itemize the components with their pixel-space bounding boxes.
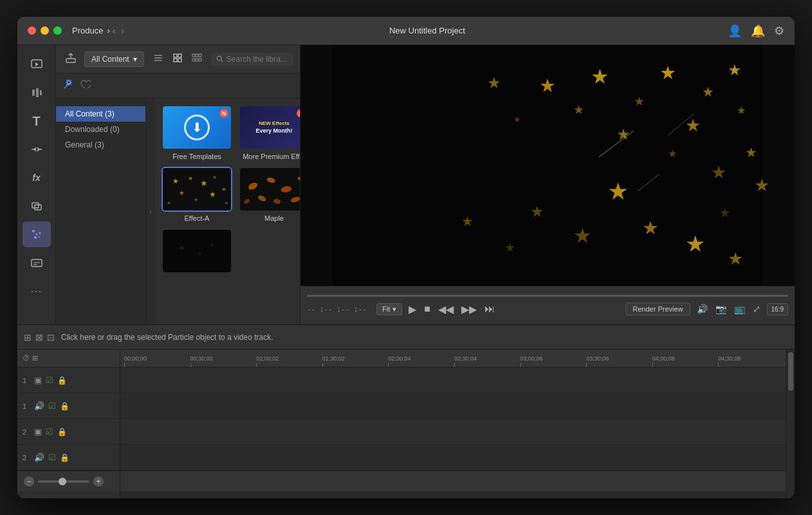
skip-forward-button[interactable]: ⏭ bbox=[483, 302, 496, 316]
stop-button[interactable]: ■ bbox=[423, 302, 432, 316]
sidebar-icon-audio[interactable] bbox=[23, 80, 51, 106]
ruler-tick bbox=[454, 363, 455, 367]
timeline-hint: Click here or drag the selected Particle… bbox=[61, 333, 788, 342]
close-button[interactable] bbox=[28, 26, 36, 35]
grid-item-label-maple: Maple bbox=[264, 214, 284, 222]
zoom-slider[interactable] bbox=[38, 480, 89, 483]
sidebar-icon-media[interactable] bbox=[23, 52, 51, 77]
search-bar[interactable] bbox=[211, 53, 293, 66]
notification-icon[interactable]: 🔔 bbox=[751, 24, 765, 38]
grid-item-premium-effects[interactable]: NEW Effects Every Month! N More Premium … bbox=[239, 105, 300, 160]
svg-point-7 bbox=[39, 232, 41, 234]
snapshot-icon[interactable]: 📷 bbox=[714, 303, 728, 315]
grid-item-label-premium: More Premium Eff... bbox=[243, 153, 300, 160]
svg-text:★: ★ bbox=[200, 178, 208, 188]
track-row-2-audio[interactable] bbox=[120, 445, 786, 471]
sidebar-icon-captions[interactable] bbox=[23, 250, 51, 276]
settings-icon[interactable]: ⚙ bbox=[774, 24, 784, 38]
svg-rect-16 bbox=[178, 59, 181, 62]
svg-point-45 bbox=[180, 246, 184, 250]
timeline-icon-1[interactable]: ⊞ bbox=[24, 332, 32, 342]
filter-wand-icon[interactable] bbox=[62, 79, 74, 93]
grid-item-effect-a[interactable]: ★ ★ ★ ★ ★ ★ ★ ★ ★ ★ bbox=[161, 167, 232, 222]
collapse-panel-button[interactable]: ‹ bbox=[146, 98, 155, 324]
content-filter-dropdown[interactable]: All Content ▾ bbox=[84, 52, 144, 67]
aspect-ratio-button[interactable]: 16:9 bbox=[767, 303, 788, 315]
timeline-icon-2[interactable]: ⊠ bbox=[35, 332, 43, 342]
svg-rect-14 bbox=[178, 54, 181, 57]
svg-text:★: ★ bbox=[728, 249, 744, 268]
profile-icon[interactable]: 👤 bbox=[728, 24, 742, 38]
track-num: 2 bbox=[23, 428, 30, 436]
filter-heart-icon[interactable] bbox=[79, 79, 91, 93]
sidebar-icon-more[interactable]: ··· bbox=[23, 278, 51, 304]
fit-dropdown[interactable]: Fit ▾ bbox=[376, 303, 402, 315]
grid-item-maple[interactable]: Maple bbox=[239, 167, 300, 222]
sidebar-icon-fx[interactable]: fx bbox=[23, 165, 51, 191]
zoom-in-button[interactable]: + bbox=[93, 476, 104, 487]
zoom-bar: − + bbox=[17, 471, 120, 491]
timeline-toolbar: ⊞ ⊠ ⊡ Click here or drag the selected Pa… bbox=[17, 325, 795, 350]
track-lock-icon[interactable]: 🔒 bbox=[57, 376, 67, 385]
svg-text:★: ★ bbox=[745, 145, 757, 160]
title-bar: Produce › ‹ › New Untitled Project 👤 🔔 ⚙ bbox=[17, 17, 795, 45]
sidebar-icon-text[interactable]: T bbox=[23, 108, 51, 134]
zoom-out-button[interactable]: − bbox=[24, 476, 34, 487]
list-view-button[interactable] bbox=[149, 50, 167, 68]
grid-item-free-templates[interactable]: ⬇ N Free Templates bbox=[161, 105, 232, 160]
track-label-1-audio: 1 🔊 ☑ 🔒 bbox=[17, 393, 120, 419]
svg-rect-2 bbox=[36, 88, 39, 97]
filter-all-content[interactable]: All Content (3) bbox=[56, 106, 145, 122]
search-input[interactable] bbox=[226, 55, 288, 64]
group-view-button[interactable] bbox=[188, 50, 206, 68]
ruler-mark-0: 00;00;00 bbox=[123, 350, 189, 367]
track-check-icon[interactable]: ☑ bbox=[48, 453, 56, 462]
ruler-mark-1: 00;30;00 bbox=[189, 350, 255, 367]
step-forward-button[interactable]: ▶▶ bbox=[460, 302, 478, 317]
step-back-button[interactable]: ◀◀ bbox=[437, 302, 455, 317]
svg-text:★: ★ bbox=[616, 126, 631, 143]
maximize-button[interactable] bbox=[53, 26, 62, 35]
track-row-1-video[interactable] bbox=[120, 368, 786, 393]
track-num: 1 bbox=[23, 402, 30, 410]
scrollbar-thumb[interactable] bbox=[788, 352, 793, 391]
sidebar-icon-particles[interactable] bbox=[23, 221, 51, 247]
track-check-icon[interactable]: ☑ bbox=[48, 401, 56, 411]
grid-item-dark[interactable] bbox=[161, 229, 232, 276]
grid-view-button[interactable] bbox=[169, 50, 187, 68]
track-lock-icon[interactable]: 🔒 bbox=[60, 402, 69, 411]
timeline-scrollbar[interactable] bbox=[786, 350, 795, 498]
track-check-icon[interactable]: ☑ bbox=[46, 427, 53, 436]
preview-progress-bar[interactable] bbox=[307, 295, 788, 297]
filter-downloaded[interactable]: Downloaded (0) bbox=[56, 122, 145, 137]
import-button[interactable] bbox=[62, 50, 79, 69]
track-row-1-audio[interactable] bbox=[120, 393, 786, 419]
volume-icon[interactable]: 🔊 bbox=[696, 303, 709, 315]
render-preview-button[interactable]: Render Preview bbox=[625, 303, 690, 315]
play-button[interactable]: ▶ bbox=[407, 302, 418, 317]
svg-point-6 bbox=[32, 230, 35, 232]
track-check-icon[interactable]: ☑ bbox=[46, 375, 53, 385]
timeline-icon-3[interactable]: ⊡ bbox=[47, 332, 55, 342]
filter-general[interactable]: General (3) bbox=[56, 137, 145, 153]
sidebar-icon-transitions[interactable] bbox=[23, 136, 51, 162]
svg-rect-15 bbox=[174, 59, 177, 62]
svg-text:★: ★ bbox=[728, 61, 743, 79]
ruler-label: 02;00;04 bbox=[388, 356, 411, 362]
track-row-2-video[interactable] bbox=[120, 419, 786, 445]
sidebar-icon-overlay[interactable] bbox=[23, 193, 51, 219]
svg-point-46 bbox=[199, 253, 201, 256]
nav-back-button[interactable]: ‹ bbox=[110, 24, 118, 37]
external-display-icon[interactable]: 📺 bbox=[733, 303, 746, 315]
minimize-button[interactable] bbox=[41, 26, 49, 35]
track-lock-icon[interactable]: 🔒 bbox=[60, 453, 69, 462]
track-audio-icon-2: 🔊 bbox=[34, 453, 44, 462]
svg-text:★: ★ bbox=[209, 190, 216, 199]
nav-forward-button[interactable]: › bbox=[118, 24, 127, 37]
svg-text:★: ★ bbox=[685, 232, 705, 256]
svg-rect-12 bbox=[66, 59, 75, 62]
new-badge: N bbox=[219, 109, 228, 118]
track-lock-icon[interactable]: 🔒 bbox=[57, 427, 67, 436]
fullscreen-icon[interactable]: ⤢ bbox=[752, 303, 762, 315]
ruler-tick bbox=[718, 363, 719, 367]
